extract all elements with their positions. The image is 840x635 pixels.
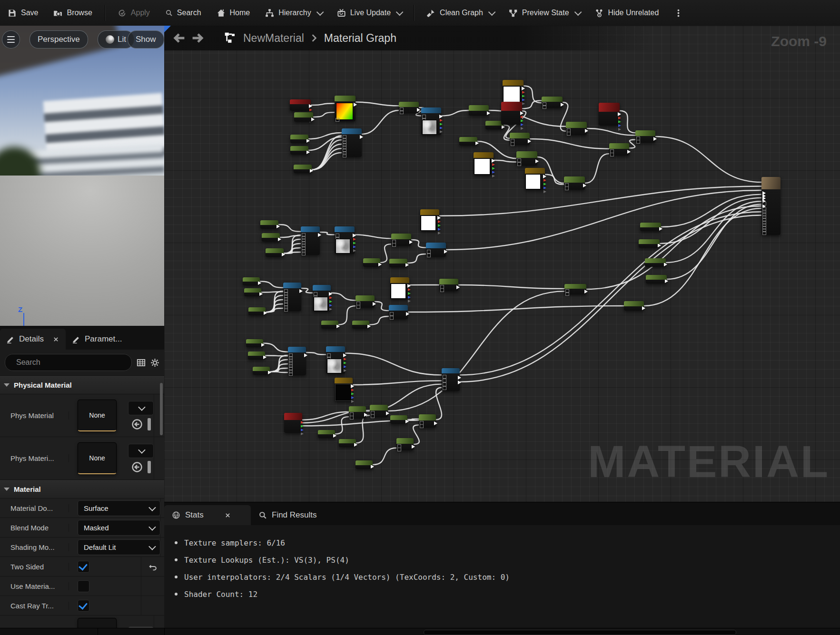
input-pin[interactable] [336,118,339,122]
input-pin[interactable] [408,288,411,291]
graph-node-bluesm[interactable] [426,243,446,257]
graph-node-green[interactable] [248,352,265,360]
output-pin[interactable] [659,227,662,231]
graph-node-green[interactable] [294,112,313,122]
graph-node-green2[interactable] [391,234,411,246]
graph-node-red[interactable] [290,99,311,111]
graph-node-green2[interactable] [516,151,537,166]
input-pin[interactable] [762,231,766,235]
input-pin[interactable] [544,179,546,182]
toolbar-clean-graph-button[interactable]: Clean Graph [419,0,501,26]
graph-node-bluetall[interactable] [288,347,306,375]
input-pin[interactable] [521,127,524,130]
input-pin[interactable] [618,117,621,119]
input-pin[interactable] [521,123,524,126]
input-pin[interactable] [329,300,332,303]
output-pin[interactable] [259,292,263,296]
material-graph-canvas[interactable]: MATERIAL NewMaterial Material Graph Zoom… [164,26,840,502]
graph-node-gold[interactable] [474,152,494,175]
input-pin[interactable] [567,132,571,136]
graph-node-goldblack[interactable] [335,378,353,401]
output-pin[interactable] [264,311,267,315]
output-pin[interactable] [434,421,437,425]
graph-node-green2[interactable] [396,438,414,450]
tab-details[interactable]: Details [0,329,66,350]
input-pin[interactable] [521,116,524,118]
output-pin[interactable] [444,250,447,254]
input-pin[interactable] [408,296,411,299]
input-pin[interactable] [351,400,354,403]
output-pin[interactable] [584,290,588,293]
output-pin[interactable] [354,443,357,447]
toolbar-hide-unrelated-button[interactable]: Hide Unrelated [587,0,667,26]
toolbar-save-button[interactable]: Save [0,0,46,26]
output-pin[interactable] [311,117,315,121]
output-pin[interactable] [561,103,564,107]
graph-node-green2[interactable] [609,143,629,156]
section-header-material[interactable]: Material [0,479,164,498]
input-pin[interactable] [511,142,514,146]
input-pin[interactable] [390,316,394,320]
graph-node-green[interactable] [645,258,666,267]
input-pin[interactable] [301,429,304,431]
use-selected-icon[interactable] [131,461,143,473]
output-pin[interactable] [618,112,621,116]
input-pin[interactable] [353,242,356,244]
graph-node-sample[interactable] [326,346,345,374]
graph-node-red[interactable] [501,102,522,125]
output-pin[interactable] [439,115,443,118]
output-pin[interactable] [583,184,586,187]
output-pin[interactable] [333,434,336,438]
input-pin[interactable] [350,416,354,420]
input-pin[interactable] [344,369,346,372]
output-pin[interactable] [627,150,631,154]
toolbar-hierarchy-button[interactable]: Hierarchy [257,0,329,26]
graph-node-bluetall[interactable] [301,226,320,255]
output-pin[interactable] [658,244,661,247]
input-pin[interactable] [329,304,332,307]
asset-picker[interactable] [78,618,117,628]
graph-node-green[interactable] [646,275,667,283]
viewport-perspective-button[interactable]: Perspective [30,30,88,49]
graph-node-green[interactable] [244,288,261,296]
input-pin[interactable] [390,312,394,316]
input-pin[interactable] [353,245,356,248]
output-pin[interactable] [502,125,505,129]
checkbox-cast-ray-tr-[interactable] [78,600,89,612]
graph-node-gold[interactable] [525,168,545,190]
graph-node-green2[interactable] [349,406,366,419]
input-pin[interactable] [427,254,431,257]
input-pin[interactable] [610,153,614,156]
output-pin[interactable] [261,343,265,347]
input-pin[interactable] [422,115,426,118]
input-pin[interactable] [492,163,495,166]
input-pin[interactable] [521,119,524,122]
input-pin[interactable] [492,175,495,177]
input-pin[interactable] [408,300,411,303]
tab-paramet[interactable]: Paramet... [66,329,128,350]
input-pin[interactable] [343,154,346,157]
graph-node-green2[interactable] [510,133,530,145]
input-pin[interactable] [618,128,621,131]
output-pin[interactable] [310,169,313,173]
input-pin[interactable] [517,162,521,166]
input-pin[interactable] [344,358,346,361]
browse-bar-icon[interactable] [148,418,151,430]
tab-stats[interactable]: Stats [164,505,251,525]
input-pin[interactable] [443,379,446,382]
input-pin[interactable] [443,382,446,386]
display-filter-icon[interactable] [137,358,146,367]
output-pin[interactable] [277,225,280,228]
graph-node-gold[interactable] [390,277,409,299]
input-pin[interactable] [443,386,446,390]
input-pin[interactable] [408,292,411,295]
input-pin[interactable] [443,375,446,379]
forward-arrow-icon[interactable] [192,32,204,44]
input-pin[interactable] [636,140,640,144]
output-pin[interactable] [364,413,367,417]
output-pin[interactable] [665,279,668,283]
output-pin[interactable] [528,139,531,143]
output-pin[interactable] [653,137,657,141]
graph-node-green[interactable] [266,248,284,257]
graph-node-green[interactable] [640,223,661,231]
